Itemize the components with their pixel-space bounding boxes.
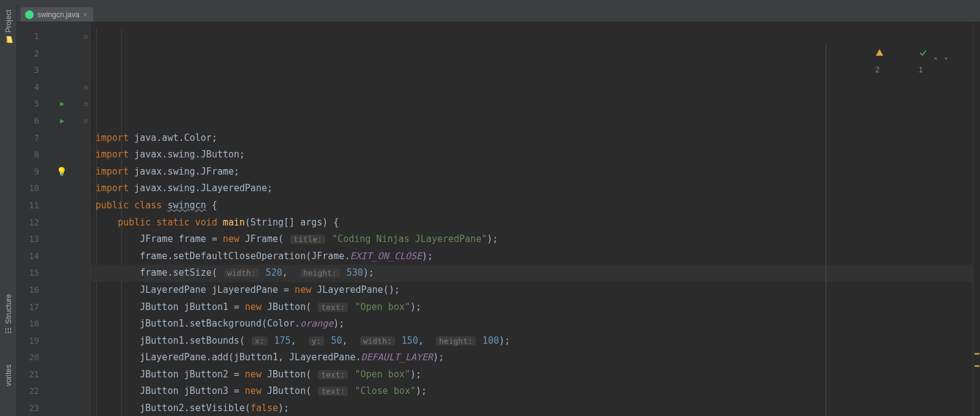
line-number[interactable]: 5 bbox=[17, 96, 44, 113]
favorites-toolwindow-button[interactable]: vorites bbox=[4, 362, 13, 388]
fold-minus-icon[interactable]: ⊟ bbox=[84, 113, 88, 130]
chevron-up-icon[interactable]: ˄ bbox=[933, 53, 938, 70]
line-number[interactable]: 19 bbox=[17, 333, 44, 350]
warning-mark[interactable] bbox=[974, 365, 979, 367]
line-number[interactable]: 8 bbox=[17, 146, 44, 164]
error-stripe[interactable] bbox=[973, 22, 980, 416]
right-margin-guide bbox=[826, 44, 826, 416]
project-toolwindow-button[interactable]: 📁 Project bbox=[4, 7, 13, 47]
run-gutter-icon[interactable]: ▶ bbox=[60, 96, 64, 113]
line-number[interactable]: 12 bbox=[17, 214, 44, 232]
run-gutter-icon[interactable]: ▶ bbox=[60, 113, 64, 130]
fold-end-icon[interactable]: ⊟ bbox=[84, 79, 88, 96]
java-class-icon bbox=[25, 10, 34, 19]
chevron-down-icon[interactable]: ˅ bbox=[944, 53, 948, 70]
line-number[interactable]: 10 bbox=[17, 180, 44, 197]
editor-tab-bar: swingcn.java × bbox=[17, 5, 980, 22]
line-number[interactable]: 11 bbox=[17, 197, 44, 214]
left-tool-window-strip: 📁 Project ☷ Structure vorites bbox=[0, 5, 17, 416]
project-label: Project bbox=[4, 10, 13, 32]
fold-minus-icon[interactable]: ⊟ bbox=[84, 96, 88, 113]
warning-count: 2 bbox=[875, 66, 880, 74]
editor-gutter: 1⊟234⊟5▶⊟6▶⊟789💡101112131415161718192021… bbox=[17, 22, 91, 416]
fold-minus-icon[interactable]: ⊟ bbox=[84, 28, 88, 45]
line-number[interactable]: 18 bbox=[17, 316, 44, 333]
structure-icon: ☷ bbox=[4, 327, 13, 335]
line-number[interactable]: 13 bbox=[17, 231, 44, 248]
line-number[interactable]: 20 bbox=[17, 349, 44, 366]
line-number[interactable]: 23 bbox=[17, 400, 44, 416]
favorites-label: vorites bbox=[4, 365, 13, 386]
line-number[interactable]: 21 bbox=[17, 366, 44, 384]
line-number[interactable]: 14 bbox=[17, 248, 44, 265]
structure-toolwindow-button[interactable]: ☷ Structure bbox=[4, 292, 13, 338]
structure-label: Structure bbox=[4, 294, 13, 324]
warning-icon[interactable]: 2 bbox=[847, 28, 884, 96]
line-number[interactable]: 1 bbox=[17, 28, 44, 45]
line-number[interactable]: 2 bbox=[17, 45, 44, 62]
editor-code-area[interactable]: 2 1 ˄ ˅ import java.awt.Color;import jav… bbox=[91, 22, 973, 416]
line-number[interactable]: 6 bbox=[17, 113, 44, 130]
line-number[interactable]: 9 bbox=[17, 164, 44, 181]
warning-mark[interactable] bbox=[974, 353, 979, 355]
pass-count: 1 bbox=[919, 66, 923, 74]
line-number[interactable]: 15 bbox=[17, 265, 44, 282]
intention-bulb-icon[interactable]: 💡 bbox=[56, 164, 67, 181]
tab-filename: swingcn.java bbox=[37, 10, 80, 19]
close-icon[interactable]: × bbox=[83, 10, 88, 19]
window-top-strip bbox=[0, 0, 980, 5]
line-number[interactable]: 16 bbox=[17, 282, 44, 299]
folder-icon: 📁 bbox=[4, 36, 13, 44]
line-number[interactable]: 22 bbox=[17, 383, 44, 400]
line-number[interactable]: 3 bbox=[17, 62, 44, 79]
line-number[interactable]: 17 bbox=[17, 299, 44, 316]
line-number[interactable]: 4 bbox=[17, 79, 44, 96]
pass-icon[interactable]: 1 bbox=[890, 28, 927, 96]
inspections-widget[interactable]: 2 1 ˄ ˅ bbox=[847, 28, 948, 96]
editor-tab[interactable]: swingcn.java × bbox=[21, 7, 93, 21]
line-number[interactable]: 7 bbox=[17, 130, 44, 147]
